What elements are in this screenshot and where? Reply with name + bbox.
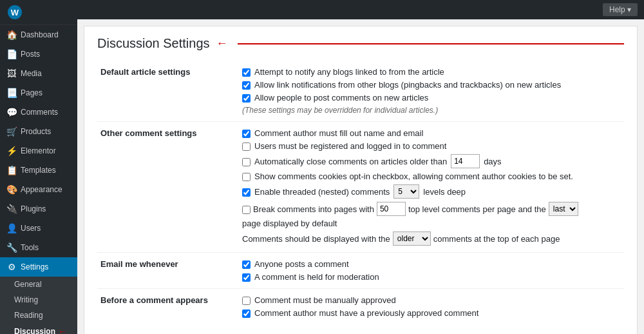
posts-icon: 📄 (6, 49, 17, 59)
main-content: Help ▾ Discussion Settings ← Default art… (77, 0, 644, 334)
discussion-arrow: ← (58, 326, 67, 334)
oc6-checkbox[interactable] (242, 206, 251, 214)
submenu-reading[interactable]: Reading (0, 308, 77, 323)
sidebar-item-media[interactable]: 🖼 Media (0, 64, 77, 83)
discussion-label: Discussion (14, 327, 55, 334)
em1-checkbox[interactable] (242, 260, 251, 269)
bc-row2: Comment author must have a previously ap… (242, 308, 621, 318)
sidebar-item-plugins[interactable]: 🔌 Plugins (0, 199, 77, 219)
sidebar-item-appearance[interactable]: 🎨 Appearance (0, 180, 77, 199)
sidebar-item-label: Tools (21, 243, 39, 252)
help-button[interactable]: Help ▾ (603, 3, 638, 16)
oc2-checkbox[interactable] (242, 142, 251, 151)
oc5-checkbox[interactable] (242, 188, 251, 197)
cb1-row: Attempt to notify any blogs linked to fr… (242, 67, 621, 77)
sidebar-item-users[interactable]: 👤 Users (0, 219, 77, 238)
older-newer-select[interactable]: oldernewer (393, 231, 431, 246)
sidebar-item-elementor[interactable]: ⚡ Elementor (0, 141, 77, 161)
title-arrow: ← (216, 37, 228, 50)
sidebar-item-products[interactable]: 🛒 Products (0, 122, 77, 141)
oc6-mid: top level comments per page and the (408, 204, 546, 214)
title-line (238, 43, 624, 44)
templates-icon: 📋 (6, 165, 17, 175)
settings-icon: ⚙ (6, 262, 17, 272)
oc7-suffix: comments at the top of each page (433, 234, 560, 244)
email-row: Email me whenever Anyone posts a comment… (97, 253, 624, 289)
before-comment-row: Before a comment appears Comment must be… (97, 289, 624, 325)
before-comment-label: Before a comment appears (97, 289, 239, 325)
oc-row7: Comments should be displayed with the ol… (242, 231, 621, 246)
last-first-select[interactable]: lastfirst (549, 202, 578, 216)
oc-row1: Comment author must fill out name and em… (242, 128, 621, 138)
bc2-checkbox[interactable] (242, 309, 251, 318)
oc-row3: Automatically close comments on articles… (242, 154, 621, 168)
oc1-label: Comment author must fill out name and em… (254, 128, 423, 138)
elementor-icon: ⚡ (6, 146, 17, 156)
other-comments-values: Comment author must fill out name and em… (239, 122, 624, 253)
other-comments-row: Other comment settings Comment author mu… (97, 122, 624, 253)
oc4-label: Show comments cookies opt-in checkbox, a… (254, 172, 573, 181)
cb3-checkbox[interactable] (242, 94, 251, 103)
oc6-prefix: Break comments into pages with (253, 204, 374, 214)
oc5-suffix: levels deep (423, 187, 466, 197)
sidebar-item-label: Templates (21, 166, 56, 175)
sidebar-item-label: Settings (21, 262, 48, 271)
sidebar-item-label: Posts (21, 50, 40, 59)
appearance-icon: 🎨 (6, 184, 17, 195)
threaded-levels-select[interactable]: 5234678910 (393, 184, 419, 199)
products-icon: 🛒 (6, 126, 17, 137)
cb3-row: Allow people to post comments on new art… (242, 93, 621, 103)
article-note: (These settings may be overridden for in… (242, 106, 621, 115)
cb2-checkbox[interactable] (242, 81, 251, 90)
sidebar-item-label: Media (21, 69, 42, 78)
pages-icon: 📃 (6, 88, 17, 98)
oc7-prefix: Comments should be displayed with the (242, 234, 390, 244)
sidebar-item-settings[interactable]: ⚙ Settings (0, 257, 77, 277)
email-values: Anyone posts a comment A comment is held… (239, 253, 624, 289)
default-article-values: Attempt to notify any blogs linked to fr… (239, 61, 624, 122)
cb2-label: Allow link notifications from other blog… (254, 80, 561, 90)
sidebar-item-posts[interactable]: 📄 Posts (0, 44, 77, 64)
em1-label: Anyone posts a comment (254, 259, 349, 269)
page-comments-input[interactable] (377, 202, 406, 216)
oc4-checkbox[interactable] (242, 173, 251, 181)
sidebar-item-label: Users (21, 224, 41, 233)
sidebar-item-label: Products (21, 127, 51, 136)
email-label: Email me whenever (97, 253, 239, 289)
em2-checkbox[interactable] (242, 273, 251, 282)
cb1-checkbox[interactable] (242, 68, 251, 77)
dashboard-icon: 🏠 (6, 30, 17, 40)
submenu-writing[interactable]: Writing (0, 292, 77, 308)
default-article-row: Default article settings Attempt to noti… (97, 61, 624, 122)
top-bar: Help ▾ (77, 0, 644, 19)
oc3-suffix: days (484, 157, 501, 166)
page-title-area: Discussion Settings ← (97, 36, 624, 51)
submenu-general[interactable]: General (0, 277, 77, 292)
oc3-checkbox[interactable] (242, 158, 251, 166)
oc1-checkbox[interactable] (242, 130, 251, 138)
other-comments-label: Other comment settings (97, 122, 239, 253)
sidebar-item-dashboard[interactable]: 🏠 Dashboard (0, 25, 77, 44)
sidebar-item-comments[interactable]: 💬 Comments (0, 103, 77, 122)
submenu-discussion[interactable]: Discussion ← (0, 323, 77, 334)
oc-row2: Users must be registered and logged in t… (242, 141, 621, 151)
oc-row5: Enable threaded (nested) comments 523467… (242, 184, 621, 199)
em2-label: A comment is held for moderation (254, 272, 379, 282)
oc6-suffix: page displayed by default (242, 219, 337, 228)
sidebar-item-pages[interactable]: 📃 Pages (0, 83, 77, 103)
media-icon: 🖼 (6, 68, 17, 79)
sidebar-item-label: Dashboard (21, 30, 59, 39)
plugins-icon: 🔌 (6, 204, 17, 214)
sidebar-item-label: Appearance (21, 185, 62, 194)
wp-logo-area: W (0, 0, 77, 25)
page-title: Discussion Settings (97, 36, 210, 51)
tools-icon: 🔧 (6, 242, 17, 253)
oc-row4: Show comments cookies opt-in checkbox, a… (242, 172, 621, 181)
wp-logo[interactable]: W (8, 5, 22, 19)
comments-icon: 💬 (6, 107, 17, 117)
sidebar-item-templates[interactable]: 📋 Templates (0, 161, 77, 180)
sidebar-item-tools[interactable]: 🔧 Tools (0, 238, 77, 257)
bc1-checkbox[interactable] (242, 297, 251, 305)
settings-content: Discussion Settings ← Default article se… (84, 26, 638, 334)
close-days-input[interactable] (451, 154, 480, 168)
